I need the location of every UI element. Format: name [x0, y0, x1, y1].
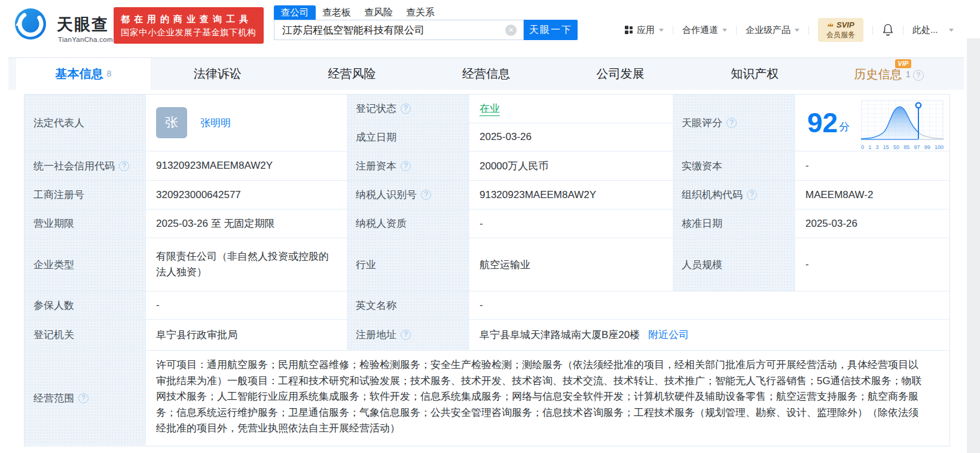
nav-enterprise[interactable]: 企业级产品 [746, 25, 799, 36]
field-value: 阜宁县行政审批局 [146, 320, 347, 351]
tab-count: 8 [106, 69, 111, 78]
help-icon[interactable]: ? [726, 118, 737, 128]
tab-basic-info[interactable]: 基本信息8 [16, 58, 151, 90]
field-label: 人员规模 [673, 238, 795, 291]
field-value: - [469, 209, 673, 238]
chevron-down-icon [949, 29, 954, 32]
nav-coop[interactable]: 合作通道 [682, 25, 727, 36]
field-value: 320923000642577 [146, 181, 347, 209]
tab-history-info[interactable]: 历史信息VIP1? [822, 58, 956, 90]
notification-bell-icon[interactable] [882, 23, 894, 37]
field-value: 航空运输业 [469, 238, 673, 291]
search-tab-company[interactable]: 查公司 [274, 5, 316, 20]
help-icon[interactable]: ? [747, 190, 757, 200]
field-value: - [795, 238, 950, 291]
field-label: 行业 [347, 238, 469, 291]
crown-icon [827, 22, 834, 28]
field-label: 登记状态? [347, 95, 469, 123]
field-value: - [469, 291, 950, 320]
avatar[interactable]: 张 [156, 107, 187, 138]
field-label: 登记机关 [25, 320, 146, 351]
tab-company-development[interactable]: 公司发展 [553, 58, 688, 90]
chevron-down-icon [659, 29, 664, 32]
field-value: 2025-03-26 [469, 123, 673, 151]
field-label: 注册资本? [347, 151, 469, 181]
tab-operation-risk[interactable]: 经营风险 [285, 58, 419, 90]
status-link[interactable]: 在业 [480, 102, 500, 116]
field-value: 阜宁县阜城天津路城南大厦B座20楼附近公司 [469, 320, 950, 351]
field-value: - [795, 151, 950, 181]
search-tab-risk[interactable]: 查风险 [364, 7, 393, 19]
search-tab-boss[interactable]: 查老板 [322, 7, 351, 19]
company-tab-bar: 基本信息8 法律诉讼 经营风险 经营信息 公司发展 知识产权 历史信息VIP1? [8, 57, 964, 90]
field-label: 注册地址? [347, 320, 469, 351]
tab-business-info[interactable]: 经营信息 [419, 58, 554, 90]
field-label: 实缴资本 [673, 151, 795, 181]
field-label: 经营范围? [25, 351, 146, 445]
score-unit: 分 [839, 120, 850, 134]
help-icon[interactable]: ? [401, 104, 411, 114]
help-icon[interactable]: ? [421, 190, 431, 200]
banner-line1: 都在用的商业查询工具 [121, 13, 264, 26]
score-distribution-chart: 0131550859799100 [861, 100, 944, 150]
field-value: - [146, 291, 347, 320]
business-scope-text: 许可项目：通用航空服务；民用航空器维修；检验检测服务；安全生产检验检测；测绘服务… [146, 351, 950, 445]
apps-grid-icon [625, 26, 633, 34]
clear-search-icon[interactable]: ✕ [505, 25, 517, 36]
tab-count: 1 [906, 69, 911, 79]
header: 天眼查 TianYanCha.com 都在用的商业查询工具 国家中小企业发展子基… [0, 0, 980, 54]
field-label: 成立日期 [347, 123, 469, 151]
help-icon[interactable]: ? [913, 70, 924, 81]
help-icon[interactable]: ? [119, 161, 129, 171]
search-tab-relation[interactable]: 查关系 [406, 7, 435, 19]
divider [736, 26, 737, 35]
field-label: 组织机构代码? [673, 181, 795, 209]
field-label: 工商注册号 [25, 181, 146, 209]
field-value: 20000万人民币 [469, 151, 673, 181]
promo-banner: 都在用的商业查询工具 国家中小企业发展子基金旗下机构 [114, 7, 264, 44]
search-tabs: 查公司 查老板 查风险 查关系 [274, 5, 448, 20]
nav-apps[interactable]: 应用 [625, 25, 664, 36]
help-icon[interactable]: ? [78, 393, 88, 403]
legal-rep-link[interactable]: 张明明 [200, 116, 231, 130]
tab-legal[interactable]: 法律诉讼 [151, 58, 285, 90]
nearby-companies-link[interactable]: 附近公司 [648, 328, 689, 342]
help-icon[interactable]: ? [401, 161, 411, 171]
nav-more[interactable]: 此处... [912, 25, 954, 36]
help-icon[interactable]: ? [401, 330, 411, 340]
field-label: 纳税人识别号? [347, 181, 469, 209]
tianyancha-logo-icon[interactable] [14, 8, 47, 40]
field-label: 统一社会信用代码? [25, 151, 146, 181]
field-value: MAEEM8AW-2 [795, 181, 950, 209]
field-value: 有限责任公司（非自然人投资或控股的法人独资） [146, 238, 347, 291]
basic-info-table: 法定代表人 张 张明明 登记状态? 在业 成立日期 2025-03-26 天眼评… [24, 94, 950, 446]
search-button[interactable]: 天眼一下 [524, 20, 578, 40]
chevron-down-icon [795, 29, 799, 32]
field-label: 英文名称 [347, 291, 469, 320]
divider [903, 26, 903, 35]
chevron-down-icon [722, 29, 727, 32]
field-label: 核准日期 [673, 209, 795, 238]
field-label: 企业类型 [25, 238, 146, 291]
svip-member-badge[interactable]: SVIP 会员服务 [818, 18, 863, 42]
divider [808, 26, 809, 35]
field-value: 2025-03-26 [795, 209, 950, 238]
field-label: 法定代表人 [25, 95, 146, 151]
field-value: 2025-03-26 至 无固定期限 [146, 209, 347, 238]
score-value: 92 [807, 107, 838, 139]
field-label: 天眼评分? [673, 95, 795, 151]
search-box: ✕ [274, 20, 524, 40]
field-label: 纳税人资质 [347, 209, 469, 238]
score-cell: 92 分 [795, 95, 950, 151]
field-value: 91320923MAEEM8AW2Y [146, 151, 347, 181]
legal-rep-cell: 张 张明明 [146, 95, 347, 151]
scrollbar-track[interactable] [967, 38, 980, 453]
brand-domain: TianYanCha.com [58, 36, 113, 43]
brand-name[interactable]: 天眼查 [57, 14, 109, 35]
chart-axis-labels: 0131550859799100 [861, 144, 944, 150]
tab-intellectual-property[interactable]: 知识产权 [688, 58, 822, 90]
field-value: 91320923MAEEM8AW2Y [469, 181, 673, 209]
divider [673, 26, 673, 35]
search-input[interactable] [274, 24, 505, 36]
divider [872, 26, 873, 35]
